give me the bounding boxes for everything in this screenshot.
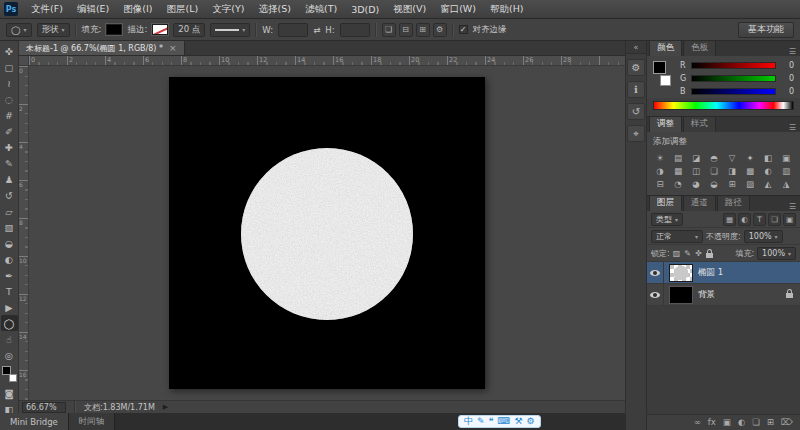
adjustment-icon[interactable]: ☀ xyxy=(651,151,669,164)
layer-name[interactable]: 椭圆 1 xyxy=(698,267,723,279)
lock-paint-icon[interactable]: ✎ xyxy=(684,249,691,258)
lock-all-icon[interactable] xyxy=(706,253,713,258)
vertical-ruler[interactable]: 0246810121416 xyxy=(19,66,29,400)
filter-type-layers-icon[interactable]: T xyxy=(753,213,766,226)
filter-shape-layers-icon[interactable]: ❏ xyxy=(768,213,781,226)
red-slider[interactable]: R 0 xyxy=(680,61,794,70)
fill-dropdown[interactable]: 100% ▾ xyxy=(757,247,796,260)
adjustment-icon[interactable]: ⊞ xyxy=(723,177,741,190)
panel-menu-icon[interactable]: ☰ xyxy=(785,123,800,132)
shape-tool[interactable]: ◯ xyxy=(1,315,18,331)
move-tool[interactable]: ✜ xyxy=(1,43,18,59)
stroke-width-field[interactable]: 20 点 xyxy=(173,23,205,37)
ime-tools-icon[interactable]: ⚒ xyxy=(514,417,522,426)
menu-filter[interactable]: 滤镜(T) xyxy=(298,0,344,18)
background-color-swatch[interactable] xyxy=(9,374,17,382)
adjustment-icon[interactable]: ✦ xyxy=(741,151,759,164)
ime-punctuation-icon[interactable]: ❝ xyxy=(489,417,494,426)
clone-stamp-tool[interactable]: ♟ xyxy=(1,171,18,187)
adjustment-icon[interactable]: ▣ xyxy=(777,151,795,164)
menu-type[interactable]: 文字(Y) xyxy=(205,0,251,18)
path-arrangement-icon[interactable]: ⊞ xyxy=(416,23,430,37)
adjustment-icon[interactable]: ▥ xyxy=(777,164,795,177)
menu-help[interactable]: 帮助(H) xyxy=(483,0,531,18)
ime-handwriting-icon[interactable]: ✎ xyxy=(477,417,485,426)
expand-panels-icon[interactable]: « xyxy=(626,41,646,54)
quick-mask-icon[interactable]: ◙ xyxy=(1,385,18,401)
status-menu-icon[interactable]: ▶ xyxy=(163,403,168,411)
adjustment-icon[interactable]: ▽ xyxy=(723,151,741,164)
tab-color[interactable]: 颜色 xyxy=(649,40,682,56)
layer-thumbnail[interactable] xyxy=(669,264,693,282)
path-selection-tool[interactable]: ▶ xyxy=(1,299,18,315)
visibility-cell[interactable] xyxy=(647,262,664,283)
delete-layer-icon[interactable]: ⌦ xyxy=(781,418,793,427)
geometry-options-icon[interactable]: ⚙ xyxy=(433,23,447,37)
ime-language-icon[interactable]: 中 xyxy=(464,417,473,426)
link-dimensions-icon[interactable]: ⇄ xyxy=(313,25,320,35)
tab-styles[interactable]: 样式 xyxy=(683,116,716,132)
document-canvas[interactable] xyxy=(169,77,485,389)
eye-icon[interactable] xyxy=(650,270,660,276)
properties-icon[interactable]: ⚙ xyxy=(627,59,645,76)
layer-row-background[interactable]: 背景 xyxy=(647,284,800,306)
lasso-tool[interactable]: ≀ xyxy=(1,75,18,91)
history-brush-tool[interactable]: ↺ xyxy=(1,187,18,203)
menu-edit[interactable]: 编辑(E) xyxy=(70,0,116,18)
adjustment-icon[interactable]: ◪ xyxy=(687,151,705,164)
crop-tool[interactable]: # xyxy=(1,107,18,123)
layer-filter-dropdown[interactable]: 类型 ▾ xyxy=(651,213,683,226)
adjustment-icon[interactable]: ◧ xyxy=(759,151,777,164)
adjustment-icon[interactable]: ◔ xyxy=(669,177,687,190)
foreground-background-swatches[interactable] xyxy=(653,61,673,88)
healing-brush-tool[interactable]: ✚ xyxy=(1,139,18,155)
tab-swatches[interactable]: 色板 xyxy=(683,40,716,56)
adjustment-icon[interactable]: ◨ xyxy=(723,164,741,177)
adjustment-layer-icon[interactable]: ◐ xyxy=(738,418,745,427)
adjustment-icon[interactable]: ▤ xyxy=(669,151,687,164)
adjustment-icon[interactable]: ◐ xyxy=(759,164,777,177)
ime-keyboard-icon[interactable]: ⌨ xyxy=(497,417,510,426)
channel-value[interactable]: 0 xyxy=(780,74,794,83)
eyedropper-tool[interactable]: ✐ xyxy=(1,123,18,139)
green-slider-track[interactable] xyxy=(691,75,776,82)
adjustment-icon[interactable]: ◕ xyxy=(687,177,705,190)
adjustment-icon[interactable]: ◮ xyxy=(777,177,795,190)
foreground-background-colors[interactable] xyxy=(2,366,17,382)
menu-file[interactable]: 文件(F) xyxy=(24,0,70,18)
adjustment-icon[interactable]: ▦ xyxy=(669,164,687,177)
tool-preset-picker[interactable]: ◯ ▾ xyxy=(6,23,32,37)
workspace-switcher-button[interactable]: 基本功能 xyxy=(738,22,794,38)
shape-height-input[interactable] xyxy=(340,23,370,37)
dodge-tool[interactable]: ◐ xyxy=(1,251,18,267)
layer-thumbnail[interactable] xyxy=(669,286,693,304)
background-color-swatch[interactable] xyxy=(660,75,671,86)
layer-name[interactable]: 背景 xyxy=(698,289,715,301)
pen-tool[interactable]: ✒ xyxy=(1,267,18,283)
eraser-tool[interactable]: ▱ xyxy=(1,203,18,219)
tool-mode-dropdown[interactable]: 形状 ▾ xyxy=(37,23,70,37)
adjustment-icon[interactable]: ▩ xyxy=(741,164,759,177)
screen-mode-icon[interactable]: ◧ xyxy=(1,401,18,413)
ruler-origin[interactable] xyxy=(19,56,29,66)
tab-paths[interactable]: 路径 xyxy=(717,195,750,211)
canvas-workspace[interactable]: 0246810121416182022242628 0246810121416 xyxy=(19,56,625,400)
gradient-tool[interactable]: ▧ xyxy=(1,219,18,235)
lock-transparency-icon[interactable]: ▨ xyxy=(673,249,681,258)
zoom-level-field[interactable]: 66.67% xyxy=(22,402,66,413)
eye-icon[interactable] xyxy=(650,292,660,298)
tab-layers[interactable]: 图层 xyxy=(649,195,682,211)
new-layer-icon[interactable]: ⊞ xyxy=(767,418,774,427)
channel-value[interactable]: 0 xyxy=(780,87,794,96)
stroke-color-swatch[interactable] xyxy=(152,24,168,35)
tab-channels[interactable]: 通道 xyxy=(683,195,716,211)
foreground-color-swatch[interactable] xyxy=(2,366,11,375)
fill-color-swatch[interactable] xyxy=(106,24,122,35)
shape-width-input[interactable] xyxy=(278,23,308,37)
horizontal-ruler[interactable]: 0246810121416182022242628 xyxy=(29,56,625,66)
blur-tool[interactable]: ◒ xyxy=(1,235,18,251)
adjustment-icon[interactable]: ◓ xyxy=(705,151,723,164)
filter-pixel-layers-icon[interactable]: ▦ xyxy=(723,213,736,226)
blue-slider[interactable]: B 0 xyxy=(680,87,794,96)
filter-smart-objects-icon[interactable]: ▣ xyxy=(783,213,796,226)
